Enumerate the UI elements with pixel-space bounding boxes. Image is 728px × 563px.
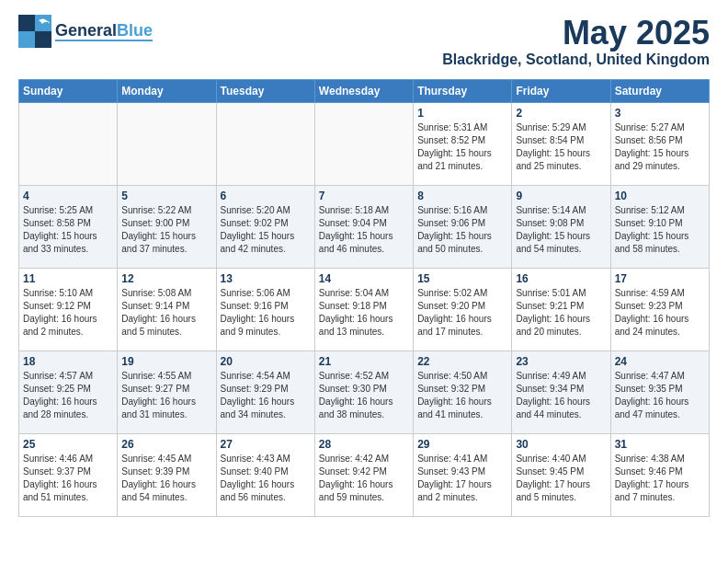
day-number: 16 bbox=[516, 272, 606, 285]
calendar-cell: 16Sunrise: 5:01 AMSunset: 9:21 PMDayligh… bbox=[512, 268, 610, 350]
calendar-cell: 12Sunrise: 5:08 AMSunset: 9:14 PMDayligh… bbox=[118, 268, 216, 350]
calendar-cell: 11Sunrise: 5:10 AMSunset: 9:12 PMDayligh… bbox=[19, 268, 118, 350]
calendar-week-row: 1Sunrise: 5:31 AMSunset: 8:52 PMDaylight… bbox=[19, 102, 710, 185]
day-info: Sunrise: 5:27 AMSunset: 8:56 PMDaylight:… bbox=[615, 121, 705, 173]
day-number: 24 bbox=[615, 355, 705, 368]
day-number: 27 bbox=[221, 438, 311, 451]
calendar-cell: 8Sunrise: 5:16 AMSunset: 9:06 PMDaylight… bbox=[414, 185, 512, 268]
day-number: 1 bbox=[417, 107, 507, 120]
calendar-cell: 6Sunrise: 5:20 AMSunset: 9:02 PMDaylight… bbox=[216, 185, 314, 268]
day-number: 21 bbox=[319, 355, 409, 368]
day-info: Sunrise: 5:10 AMSunset: 9:12 PMDaylight:… bbox=[23, 287, 113, 339]
day-number: 10 bbox=[615, 190, 705, 202]
calendar-cell: 18Sunrise: 4:57 AMSunset: 9:25 PMDayligh… bbox=[19, 350, 118, 433]
calendar-cell: 29Sunrise: 4:41 AMSunset: 9:43 PMDayligh… bbox=[414, 433, 512, 516]
day-number: 17 bbox=[615, 272, 705, 285]
day-number: 9 bbox=[516, 190, 606, 202]
calendar-cell bbox=[216, 102, 314, 185]
day-info: Sunrise: 5:20 AMSunset: 9:02 PMDaylight:… bbox=[221, 204, 311, 256]
day-number: 7 bbox=[319, 190, 409, 202]
day-info: Sunrise: 4:43 AMSunset: 9:40 PMDaylight:… bbox=[221, 453, 311, 504]
day-number: 3 bbox=[615, 107, 705, 120]
day-info: Sunrise: 5:18 AMSunset: 9:04 PMDaylight:… bbox=[319, 204, 409, 256]
svg-rect-2 bbox=[18, 31, 35, 48]
calendar-header: Sunday Monday Tuesday Wednesday Thursday… bbox=[19, 79, 710, 102]
title-area: May 2025 Blackridge, Scotland, United Ki… bbox=[442, 15, 710, 68]
logo-icon bbox=[18, 15, 51, 48]
calendar-cell: 7Sunrise: 5:18 AMSunset: 9:04 PMDaylight… bbox=[314, 185, 413, 268]
day-number: 8 bbox=[417, 190, 507, 202]
day-number: 28 bbox=[319, 438, 409, 451]
calendar-cell bbox=[314, 102, 413, 185]
day-number: 6 bbox=[221, 190, 311, 202]
calendar-cell: 20Sunrise: 4:54 AMSunset: 9:29 PMDayligh… bbox=[216, 350, 314, 433]
calendar-cell: 30Sunrise: 4:40 AMSunset: 9:45 PMDayligh… bbox=[512, 433, 610, 516]
calendar-cell: 9Sunrise: 5:14 AMSunset: 9:08 PMDaylight… bbox=[512, 185, 610, 268]
day-info: Sunrise: 4:59 AMSunset: 9:23 PMDaylight:… bbox=[615, 287, 705, 339]
calendar-cell: 23Sunrise: 4:49 AMSunset: 9:34 PMDayligh… bbox=[512, 350, 610, 433]
svg-rect-3 bbox=[35, 31, 51, 48]
calendar-cell bbox=[19, 102, 118, 185]
day-number: 11 bbox=[23, 272, 113, 285]
day-info: Sunrise: 5:25 AMSunset: 8:58 PMDaylight:… bbox=[23, 204, 113, 256]
day-info: Sunrise: 5:12 AMSunset: 9:10 PMDaylight:… bbox=[615, 204, 705, 256]
calendar-week-row: 25Sunrise: 4:46 AMSunset: 9:37 PMDayligh… bbox=[19, 433, 710, 516]
location-title: Blackridge, Scotland, United Kingdom bbox=[442, 52, 710, 68]
calendar-cell: 31Sunrise: 4:38 AMSunset: 9:46 PMDayligh… bbox=[610, 433, 709, 516]
calendar-week-row: 18Sunrise: 4:57 AMSunset: 9:25 PMDayligh… bbox=[19, 350, 710, 433]
logo-blue: Blue bbox=[117, 21, 153, 40]
calendar-week-row: 4Sunrise: 5:25 AMSunset: 8:58 PMDaylight… bbox=[19, 185, 710, 268]
day-number: 19 bbox=[121, 355, 211, 368]
day-number: 2 bbox=[516, 107, 606, 120]
calendar-cell: 26Sunrise: 4:45 AMSunset: 9:39 PMDayligh… bbox=[118, 433, 216, 516]
month-title: May 2025 bbox=[442, 15, 710, 52]
calendar-cell: 2Sunrise: 5:29 AMSunset: 8:54 PMDaylight… bbox=[512, 102, 610, 185]
calendar-cell: 19Sunrise: 4:55 AMSunset: 9:27 PMDayligh… bbox=[118, 350, 216, 433]
day-info: Sunrise: 4:49 AMSunset: 9:34 PMDaylight:… bbox=[516, 370, 606, 421]
calendar-cell: 5Sunrise: 5:22 AMSunset: 9:00 PMDaylight… bbox=[118, 185, 216, 268]
calendar-cell: 27Sunrise: 4:43 AMSunset: 9:40 PMDayligh… bbox=[216, 433, 314, 516]
calendar-week-row: 11Sunrise: 5:10 AMSunset: 9:12 PMDayligh… bbox=[19, 268, 710, 350]
day-number: 14 bbox=[319, 272, 409, 285]
day-info: Sunrise: 5:08 AMSunset: 9:14 PMDaylight:… bbox=[121, 287, 211, 339]
day-info: Sunrise: 4:45 AMSunset: 9:39 PMDaylight:… bbox=[121, 453, 211, 504]
col-friday: Friday bbox=[512, 79, 610, 102]
page-header: GeneralBlue May 2025 Blackridge, Scotlan… bbox=[18, 15, 710, 68]
calendar-cell: 14Sunrise: 5:04 AMSunset: 9:18 PMDayligh… bbox=[314, 268, 413, 350]
day-info: Sunrise: 4:41 AMSunset: 9:43 PMDaylight:… bbox=[417, 453, 507, 504]
day-number: 23 bbox=[516, 355, 606, 368]
day-info: Sunrise: 4:38 AMSunset: 9:46 PMDaylight:… bbox=[615, 453, 705, 504]
day-number: 30 bbox=[516, 438, 606, 451]
col-tuesday: Tuesday bbox=[216, 79, 314, 102]
day-number: 13 bbox=[221, 272, 311, 285]
day-info: Sunrise: 5:31 AMSunset: 8:52 PMDaylight:… bbox=[417, 121, 507, 173]
day-info: Sunrise: 4:52 AMSunset: 9:30 PMDaylight:… bbox=[319, 370, 409, 421]
day-number: 26 bbox=[121, 438, 211, 451]
calendar-cell: 3Sunrise: 5:27 AMSunset: 8:56 PMDaylight… bbox=[610, 102, 709, 185]
day-info: Sunrise: 4:57 AMSunset: 9:25 PMDaylight:… bbox=[23, 370, 113, 421]
day-info: Sunrise: 4:50 AMSunset: 9:32 PMDaylight:… bbox=[417, 370, 507, 421]
calendar-cell: 25Sunrise: 4:46 AMSunset: 9:37 PMDayligh… bbox=[19, 433, 118, 516]
day-number: 12 bbox=[121, 272, 211, 285]
day-info: Sunrise: 4:46 AMSunset: 9:37 PMDaylight:… bbox=[23, 453, 113, 504]
day-info: Sunrise: 5:02 AMSunset: 9:20 PMDaylight:… bbox=[417, 287, 507, 339]
calendar-cell: 4Sunrise: 5:25 AMSunset: 8:58 PMDaylight… bbox=[19, 185, 118, 268]
day-info: Sunrise: 5:04 AMSunset: 9:18 PMDaylight:… bbox=[319, 287, 409, 339]
calendar-cell: 24Sunrise: 4:47 AMSunset: 9:35 PMDayligh… bbox=[610, 350, 709, 433]
calendar-cell: 1Sunrise: 5:31 AMSunset: 8:52 PMDaylight… bbox=[414, 102, 512, 185]
calendar-cell: 21Sunrise: 4:52 AMSunset: 9:30 PMDayligh… bbox=[314, 350, 413, 433]
calendar-cell: 10Sunrise: 5:12 AMSunset: 9:10 PMDayligh… bbox=[610, 185, 709, 268]
day-number: 18 bbox=[23, 355, 113, 368]
day-info: Sunrise: 5:22 AMSunset: 9:00 PMDaylight:… bbox=[121, 204, 211, 256]
day-number: 25 bbox=[23, 438, 113, 451]
day-info: Sunrise: 5:14 AMSunset: 9:08 PMDaylight:… bbox=[516, 204, 606, 256]
col-wednesday: Wednesday bbox=[314, 79, 413, 102]
svg-rect-0 bbox=[18, 15, 35, 31]
day-number: 5 bbox=[121, 190, 211, 202]
day-info: Sunrise: 4:55 AMSunset: 9:27 PMDaylight:… bbox=[121, 370, 211, 421]
day-info: Sunrise: 5:29 AMSunset: 8:54 PMDaylight:… bbox=[516, 121, 606, 173]
day-info: Sunrise: 5:06 AMSunset: 9:16 PMDaylight:… bbox=[221, 287, 311, 339]
header-row: Sunday Monday Tuesday Wednesday Thursday… bbox=[19, 79, 710, 102]
day-info: Sunrise: 4:54 AMSunset: 9:29 PMDaylight:… bbox=[221, 370, 311, 421]
logo: GeneralBlue bbox=[18, 15, 153, 48]
